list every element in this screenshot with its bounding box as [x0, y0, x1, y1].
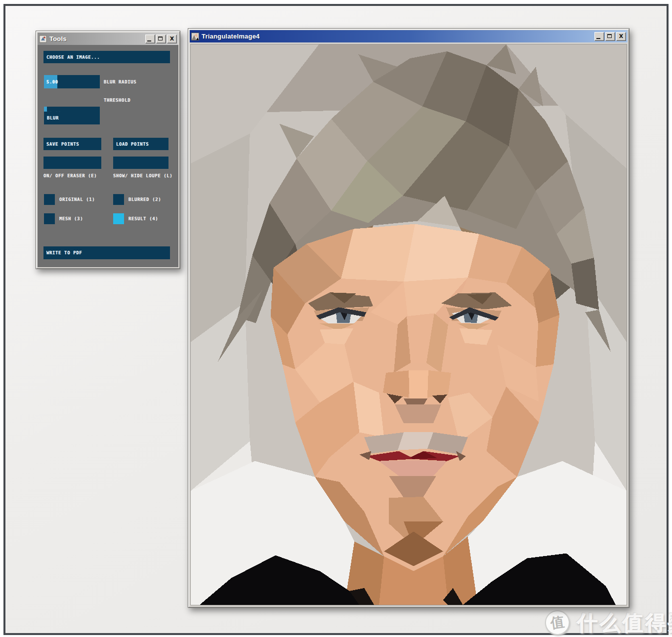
blurred-label: BLURRED (2) [128, 197, 161, 202]
maximize-icon [607, 34, 612, 38]
main-window-title: TriangulateImage4 [202, 33, 260, 40]
tools-panel: CHOOSE AN IMAGE... 5.00 BLUR RADIUS 10.0… [38, 45, 178, 267]
main-maximize-button[interactable] [605, 32, 615, 41]
watermark: 值 什么值得买 [545, 609, 672, 637]
tools-app-icon [39, 35, 47, 43]
write-to-pdf-button[interactable]: WRITE TO PDF [43, 246, 170, 259]
threshold-label: THRESHOLD [104, 93, 130, 107]
triangulated-canvas[interactable] [190, 44, 627, 605]
triangulate-window: TriangulateImage4 X [188, 28, 630, 608]
mesh-checkbox[interactable] [44, 213, 55, 224]
portrait-svg [191, 44, 627, 605]
eraser-bang-button[interactable] [43, 157, 101, 169]
tools-maximize-button[interactable] [156, 35, 166, 43]
result-label: RESULT (4) [128, 216, 158, 221]
toggle-result[interactable]: RESULT (4) [113, 213, 158, 224]
original-checkbox[interactable] [44, 194, 55, 205]
original-label: ORIGINAL (1) [59, 197, 95, 202]
screenshot-stage: Tools X CHOOSE AN IMAGE... 5.00 BLUR RAD… [0, 0, 672, 637]
toggle-blurred[interactable]: BLURRED (2) [113, 194, 161, 205]
eraser-caption: ON/ OFF ERASER (E) [43, 172, 97, 179]
blur-radius-slider[interactable]: 5.00 [44, 75, 100, 88]
blurred-checkbox[interactable] [113, 194, 124, 205]
maximize-icon [158, 37, 163, 40]
tools-close-button[interactable]: X [167, 35, 177, 43]
triangulate-app-icon [191, 33, 199, 40]
choose-image-button[interactable]: CHOOSE AN IMAGE... [43, 51, 170, 63]
result-checkbox[interactable] [113, 213, 124, 224]
watermark-text: 什么值得买 [577, 609, 672, 637]
blur-radius-value: 5.00 [46, 75, 58, 88]
close-icon: X [168, 35, 176, 43]
load-points-button[interactable]: LOAD POINTS [113, 138, 168, 150]
save-points-button[interactable]: SAVE POINTS [43, 138, 101, 150]
toggle-mesh[interactable]: MESH (3) [44, 213, 83, 224]
toggle-original[interactable]: ORIGINAL (1) [44, 194, 95, 205]
tools-minimize-button[interactable] [145, 35, 155, 43]
loupe-caption: SHOW/ HIDE LOUPE (L) [113, 172, 172, 179]
blur-radius-label: BLUR RADIUS [104, 75, 136, 88]
minimize-icon [147, 40, 151, 41]
blur-button[interactable]: BLUR [44, 112, 100, 124]
main-titlebar[interactable]: TriangulateImage4 X [190, 30, 628, 42]
close-icon: X [617, 33, 626, 40]
loupe-bang-button[interactable] [113, 157, 168, 169]
mesh-label: MESH (3) [59, 216, 83, 221]
watermark-badge-icon: 值 [544, 609, 571, 637]
tools-titlebar[interactable]: Tools X [38, 33, 178, 45]
main-minimize-button[interactable] [594, 32, 604, 41]
minimize-icon [596, 38, 600, 39]
tools-window: Tools X CHOOSE AN IMAGE... 5.00 BLUR RAD… [36, 31, 180, 269]
tools-window-title: Tools [49, 35, 67, 42]
main-close-button[interactable]: X [616, 32, 626, 41]
